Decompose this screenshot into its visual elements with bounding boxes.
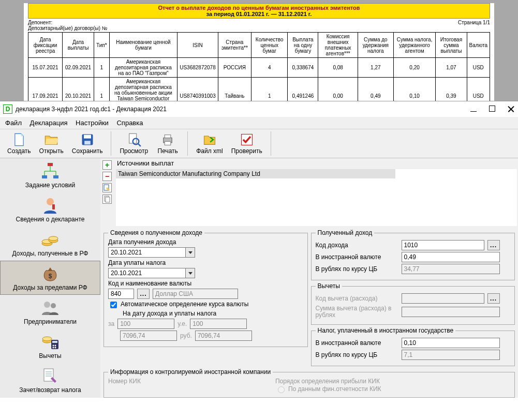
report-header-cell: Сумма до удержания налога [358, 33, 393, 58]
deduct-code-browse[interactable]: ... [487, 293, 500, 304]
toolbar-check[interactable]: Проверить [227, 131, 267, 156]
sidebar-declarant-label: Сведения о декларанте [16, 216, 85, 223]
toolbar-xml-label: Файл xml [196, 147, 223, 155]
report-cell: 0,39 [436, 78, 467, 101]
report-header-cell: Количество ценных бумаг [251, 33, 287, 58]
income-info-group: Сведения о полученном доходе Дата получе… [103, 229, 308, 347]
toolbar-create-label: Создать [7, 147, 31, 155]
export-xml-icon [202, 132, 217, 147]
copy-source-button[interactable] [102, 194, 112, 204]
calculator-icon [40, 333, 61, 351]
report-cell: USD [467, 58, 490, 78]
sidebar-offset[interactable]: Зачет/возврат налога [0, 363, 100, 397]
report-cell: 1 [251, 78, 287, 101]
toolbar-xml[interactable]: Файл xml [192, 131, 227, 156]
report-header-cell: Страна эмитента** [218, 33, 251, 58]
date-received-label: Дата получения дохода [108, 238, 303, 246]
minimize-button[interactable] [470, 106, 478, 113]
sidebar-income-rf-label: Доходы, полученные в РФ [12, 250, 88, 257]
svg-rect-14 [52, 204, 55, 209]
svg-text:$: $ [49, 273, 52, 280]
date-received-dropdown[interactable] [186, 247, 195, 258]
ftax-rub-label: В рублях по курсу ЦБ [316, 351, 398, 358]
svg-point-29 [55, 347, 56, 349]
svg-point-28 [53, 347, 54, 349]
date-tax-input[interactable] [108, 268, 186, 278]
sidebar-income-rf[interactable]: Доходы, полученные в РФ [0, 227, 100, 261]
currency-name [153, 289, 238, 299]
menu-file[interactable]: Файл [5, 119, 22, 127]
rub-unit-label: руб. [180, 332, 192, 339]
money-bag-icon: $ [40, 264, 61, 283]
report-cell: US3682872078 [177, 58, 218, 78]
sources-list[interactable]: Taiwan Semiconductor Manufacturing Compa… [116, 169, 517, 226]
toolbar-preview[interactable]: Просмотр [115, 131, 152, 156]
menu-settings[interactable]: Настройки [76, 119, 109, 127]
pdf-report-background: Отчет о выплате доходов по ценным бумага… [0, 0, 518, 101]
svg-line-5 [138, 144, 141, 146]
report-header-cell: Наименование ценной бумаги [109, 33, 177, 58]
toolbar-open[interactable]: Открыть [35, 131, 68, 156]
income-code-input[interactable] [402, 240, 484, 250]
report-title-line1: Отчет о выплате доходов по ценным бумага… [29, 5, 489, 11]
check-icon [240, 132, 254, 147]
za-label: за [108, 320, 114, 327]
report-cell: USD [467, 78, 490, 101]
income-rub-input [402, 264, 500, 274]
income-rub-label: В рублях по курсу ЦБ [316, 265, 398, 273]
sidebar: Задание условий Сведения о декларанте До… [0, 158, 100, 398]
source-item[interactable]: Taiwan Semiconductor Manufacturing Compa… [116, 169, 395, 178]
income-fx-input[interactable] [402, 252, 500, 262]
report-header-cell: Сумма налога, удержанного агентом [393, 33, 435, 58]
report-cell: 0,20 [393, 58, 435, 78]
coins-icon [40, 230, 61, 249]
maximize-button[interactable] [489, 106, 496, 113]
copy-icon [103, 196, 111, 203]
date-tax-dropdown[interactable] [186, 268, 195, 278]
report-cell: 02.09.2021 [63, 58, 94, 78]
date-received-input[interactable] [108, 247, 186, 258]
menubar: Файл Декларация Настройки Справка [0, 117, 518, 129]
report-header-cell: ISIN [177, 33, 218, 58]
titlebar: D декларация 3-ндфл 2021 год.dc1 - Декла… [0, 101, 518, 117]
sidebar-deductions[interactable]: Вычеты [0, 329, 100, 363]
svg-rect-2 [84, 141, 91, 144]
svg-rect-1 [84, 135, 91, 139]
report-cell: 0,491246 [288, 78, 318, 101]
currency-code-input[interactable] [108, 289, 134, 299]
toolbar-print[interactable]: Печать [152, 131, 183, 156]
toolbar-create[interactable]: Создать [3, 131, 35, 156]
sidebar-entrepreneurs[interactable]: Предприниматели [0, 295, 100, 329]
close-button[interactable] [508, 106, 515, 113]
report-cell: 0,08 [318, 58, 358, 78]
svg-rect-36 [106, 197, 110, 202]
toolbar-save[interactable]: Сохранить [68, 131, 107, 156]
window-title: декларация 3-ндфл 2021 год.dc1 - Деклара… [16, 106, 470, 113]
toolbar: Создать Открыть Сохранить Просмотр Печат… [0, 129, 518, 158]
sidebar-declarant[interactable]: Сведения о декларанте [0, 192, 100, 227]
svg-rect-7 [165, 135, 171, 138]
rub-2-input [195, 331, 252, 341]
app-icon: D [3, 104, 12, 114]
ftax-fx-input[interactable] [402, 338, 500, 348]
edit-source-button[interactable] [102, 183, 112, 192]
report-cell: 1 [94, 78, 110, 101]
toolbar-save-label: Сохранить [72, 147, 103, 155]
ftax-fx-label: В иностранной валюте [316, 339, 398, 347]
menu-declaration[interactable]: Декларация [30, 119, 68, 127]
sidebar-income-abroad[interactable]: $ Доходы за пределами РФ [0, 261, 100, 295]
report-title-line2: за период 01.01.2021 г. — 31.12.2021 г. [29, 11, 489, 17]
currency-browse-button[interactable]: ... [137, 289, 150, 299]
add-source-button[interactable]: + [102, 160, 112, 170]
auto-rate-checkbox[interactable] [110, 302, 117, 308]
cfc-num-label: Номер КИК [108, 378, 141, 385]
auto-rate-label: Автоматическое определение курса валюты [121, 301, 248, 308]
sidebar-conditions[interactable]: Задание условий [0, 158, 100, 192]
sidebar-income-abroad-label: Доходы за пределами РФ [13, 284, 87, 291]
remove-source-button[interactable]: − [102, 172, 112, 181]
income-code-browse[interactable]: ... [487, 240, 500, 250]
svg-rect-10 [48, 163, 53, 166]
deduct-code-label: Код вычета (расхода) [316, 295, 398, 302]
menu-help[interactable]: Справка [116, 119, 143, 127]
rub-1-input [120, 331, 177, 341]
